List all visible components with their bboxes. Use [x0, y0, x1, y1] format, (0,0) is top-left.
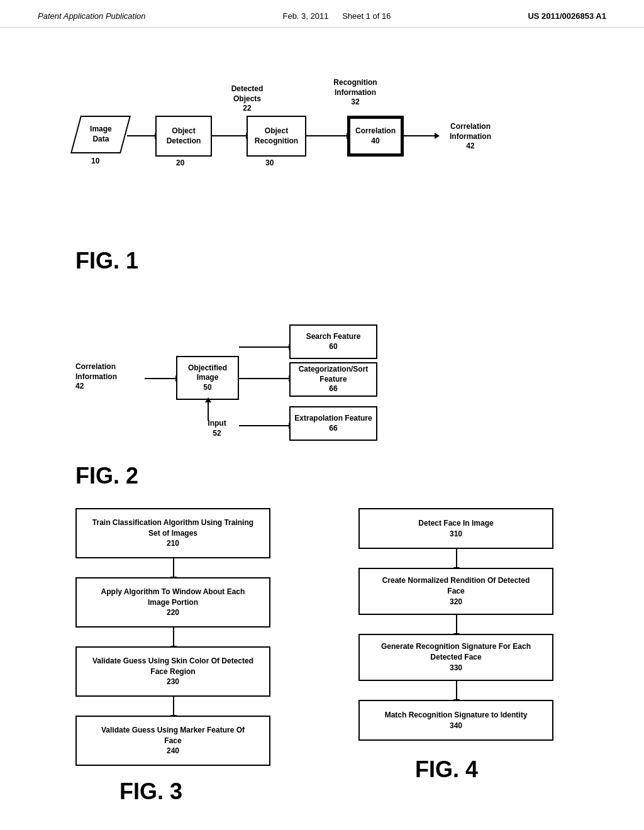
image-data-label: ImageData — [90, 124, 112, 144]
fig4-label: FIG. 4 — [415, 756, 478, 783]
arrow-corrinfo-objimg — [145, 378, 176, 379]
search-feature-box: Search Feature60 — [289, 324, 377, 359]
step-310-box: Detect Face In Image310 — [358, 508, 553, 549]
fig1-label: FIG. 1 — [75, 248, 606, 274]
arrow-imgdata-objdet — [127, 135, 155, 136]
arrow-320-330 — [456, 615, 457, 634]
arrow-230-240 — [173, 697, 174, 716]
step-340-box: Match Recognition Signature to Identity3… — [358, 700, 553, 741]
arrow-310-320 — [456, 549, 457, 568]
arrow-220-230 — [173, 628, 174, 646]
header-patent-num: US 2011/0026853 A1 — [528, 11, 606, 21]
input-label: Input52 — [198, 419, 236, 438]
objectified-image-box: ObjectifiedImage50 — [176, 356, 239, 400]
arrow-input-objimg — [208, 402, 209, 421]
arrow-objrec-corr — [306, 135, 347, 136]
arrow-objimg-extrap — [239, 425, 289, 426]
header-date-sheet: Feb. 3, 2011 Sheet 1 of 16 — [282, 11, 391, 21]
arrow-objimg-cat — [239, 378, 289, 379]
fig34-diagrams: Train Classification Algorithm Using Tra… — [38, 508, 606, 830]
fig3-label: FIG. 3 — [119, 778, 182, 805]
step-320-box: Create Normalized Rendition Of DetectedF… — [358, 568, 553, 615]
corr-info-in-label: CorrelationInformation42 — [75, 362, 145, 392]
object-detection-num: 20 — [176, 158, 184, 169]
recognition-info-label: RecognitionInformation32 — [321, 78, 390, 108]
header-sheet: Sheet 1 of 16 — [342, 11, 391, 21]
fig2-label: FIG. 2 — [75, 463, 606, 489]
main-content: ImageData 10 ObjectDetection 20 Detected… — [0, 28, 644, 830]
detected-objects-label: DetectedObjects22 — [216, 84, 279, 114]
image-data-box: ImageData — [70, 116, 131, 153]
step-210-box: Train Classification Algorithm Using Tra… — [75, 508, 270, 558]
correlation-box: Correlation40 — [347, 116, 404, 157]
fig1-diagram: ImageData 10 ObjectDetection 20 Detected… — [38, 47, 606, 254]
step-220-box: Apply Algorithm To Window About EachImag… — [75, 577, 270, 628]
arrow-objimg-search — [239, 346, 289, 348]
step-330-box: Generate Recognition Signature For EachD… — [358, 634, 553, 681]
categorization-box: Categorization/SortFeature66 — [289, 362, 377, 397]
step-230-box: Validate Guess Using Skin Color Of Detec… — [75, 646, 270, 697]
correlation-info-out-label: CorrelationInformation42 — [436, 122, 505, 152]
object-recognition-box: ObjectRecognition — [247, 116, 306, 157]
image-data-num: 10 — [91, 157, 99, 167]
object-detection-box: ObjectDetection — [155, 116, 212, 157]
arrow-corr-corrinfo — [404, 135, 435, 136]
arrow-330-340 — [456, 681, 457, 700]
extrapolation-box: Extrapolation Feature66 — [289, 406, 377, 441]
page-header: Patent Application Publication Feb. 3, 2… — [0, 0, 644, 28]
header-date: Feb. 3, 2011 — [282, 11, 328, 21]
object-recognition-num: 30 — [265, 158, 274, 169]
header-publication: Patent Application Publication — [38, 11, 146, 21]
step-240-box: Validate Guess Using Marker Feature OfFa… — [75, 716, 270, 766]
arrow-210-220 — [173, 558, 174, 577]
arrow-objdet-objrec — [212, 135, 247, 136]
